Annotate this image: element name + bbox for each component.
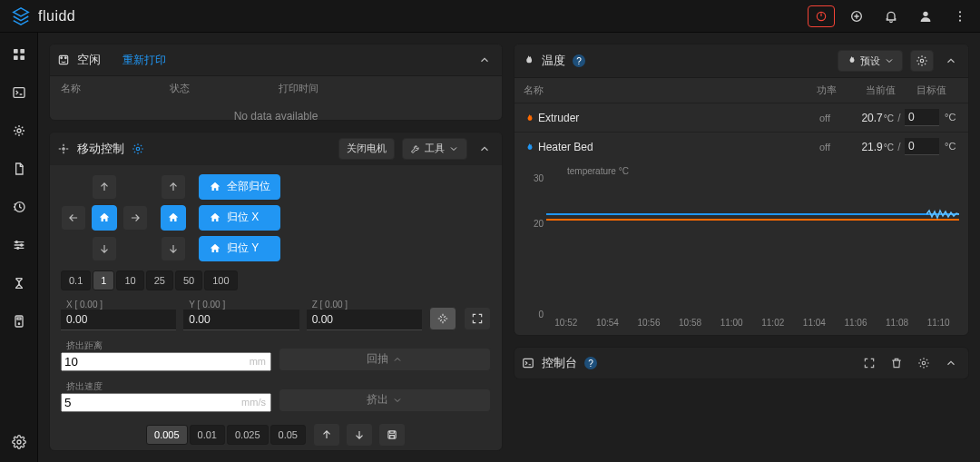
console-fullscreen-button[interactable] bbox=[859, 353, 879, 373]
right-column: 温度 ? 预设 名称 功率 bbox=[514, 44, 969, 451]
dist-5[interactable]: 100 bbox=[204, 270, 237, 290]
dist-1[interactable]: 1 bbox=[93, 270, 114, 290]
home-xy-button[interactable] bbox=[92, 205, 117, 231]
temp-target-input-1[interactable] bbox=[905, 138, 939, 155]
motors-off-button[interactable]: 关闭电机 bbox=[338, 138, 395, 160]
svg-point-22 bbox=[61, 57, 63, 59]
jog-x-plus[interactable] bbox=[122, 205, 148, 231]
temp-name-1: Heater Bed bbox=[538, 141, 593, 153]
home-z-button[interactable] bbox=[161, 205, 186, 231]
pos-y-label: Y [ 0.00 ] bbox=[183, 300, 299, 310]
account-button[interactable] bbox=[913, 5, 938, 27]
dist-2[interactable]: 10 bbox=[116, 270, 143, 290]
jog-x-minus[interactable] bbox=[61, 205, 86, 231]
extruder-color-icon bbox=[524, 113, 533, 123]
jog-y-minus[interactable] bbox=[92, 236, 117, 261]
sidebar-tune[interactable] bbox=[6, 232, 32, 258]
home-buttons: 全部归位 归位 X 归位 Y bbox=[199, 174, 280, 261]
svg-rect-7 bbox=[14, 49, 18, 54]
sidebar-dashboard[interactable] bbox=[6, 42, 32, 67]
upload-button[interactable] bbox=[844, 5, 869, 27]
z-offset-down-button[interactable] bbox=[346, 423, 373, 447]
svg-point-29 bbox=[922, 361, 926, 365]
temp-settings-button[interactable] bbox=[910, 50, 934, 72]
z-offset-buttons bbox=[313, 423, 406, 447]
dist-4[interactable]: 50 bbox=[175, 270, 202, 290]
collapse-console-panel[interactable] bbox=[941, 353, 961, 373]
svg-point-23 bbox=[64, 57, 66, 59]
home-y-button[interactable]: 归位 Y bbox=[199, 236, 280, 261]
estop-button[interactable] bbox=[808, 5, 835, 27]
toolhead-config-icon[interactable] bbox=[132, 143, 144, 155]
home-x-button[interactable]: 归位 X bbox=[199, 205, 280, 231]
jog-z-plus[interactable] bbox=[161, 174, 186, 200]
print-status-panel: 空闲 重新打印 名称 状态 打印时间 No data available bbox=[49, 44, 503, 121]
zoff-chip-0[interactable]: 0.005 bbox=[146, 425, 188, 445]
sidebar-console[interactable] bbox=[6, 80, 32, 105]
brand: fluidd bbox=[7, 6, 75, 26]
jog-y-plus[interactable] bbox=[92, 174, 117, 200]
position-mode-button[interactable] bbox=[429, 307, 456, 330]
temp-target-input-0[interactable] bbox=[905, 109, 939, 126]
svg-point-4 bbox=[959, 11, 961, 13]
zoff-chip-1[interactable]: 0.01 bbox=[190, 425, 225, 445]
svg-point-19 bbox=[18, 323, 19, 324]
printer-icon bbox=[57, 54, 70, 66]
svg-rect-11 bbox=[14, 88, 24, 98]
fullscreen-button[interactable] bbox=[464, 307, 491, 330]
pos-y-input[interactable] bbox=[183, 310, 299, 330]
svg-point-6 bbox=[959, 19, 961, 21]
console-clear-button[interactable] bbox=[887, 353, 906, 373]
extrude-speed-field: 挤出速度 mm/s bbox=[61, 380, 271, 412]
jog-z-minus[interactable] bbox=[161, 236, 186, 261]
extrude-length-input[interactable] bbox=[61, 352, 271, 371]
chart-plot[interactable] bbox=[545, 178, 959, 310]
pos-z-label: Z [ 0.00 ] bbox=[307, 300, 422, 310]
collapse-print-panel[interactable] bbox=[475, 50, 495, 70]
pos-x-field: X [ 0.00 ] bbox=[61, 300, 176, 330]
extrude-length-row: 挤出距离 mm 回抽 bbox=[61, 339, 491, 371]
notifications-button[interactable] bbox=[878, 5, 904, 27]
console-settings-button[interactable] bbox=[914, 353, 934, 373]
print-table-header: 名称 状态 打印时间 bbox=[50, 75, 502, 101]
console-help-icon[interactable]: ? bbox=[584, 357, 597, 369]
toolhead-title: 移动控制 bbox=[77, 141, 124, 157]
chart-x-axis: 10:52 10:54 10:56 10:58 11:00 11:02 11:0… bbox=[524, 314, 959, 335]
reprint-link[interactable]: 重新打印 bbox=[122, 53, 166, 68]
no-data-label: No data available bbox=[50, 101, 502, 121]
sidebar-jobs[interactable] bbox=[6, 156, 32, 182]
zoff-chip-3[interactable]: 0.05 bbox=[270, 425, 306, 445]
dist-3[interactable]: 25 bbox=[146, 270, 173, 290]
sidebar-gcode-preview[interactable] bbox=[6, 118, 32, 143]
sidebar bbox=[0, 33, 38, 462]
sidebar-system[interactable] bbox=[6, 309, 32, 334]
zoff-chip-2[interactable]: 0.025 bbox=[227, 425, 269, 445]
svg-point-16 bbox=[16, 247, 18, 249]
tools-dropdown[interactable]: 工具 bbox=[402, 138, 467, 160]
extrude-button[interactable]: 挤出 bbox=[279, 388, 491, 412]
temp-name-0: Extruder bbox=[538, 112, 579, 124]
dist-0[interactable]: 0.1 bbox=[61, 270, 91, 290]
sidebar-config[interactable] bbox=[6, 270, 32, 296]
z-offset-save-button[interactable] bbox=[378, 423, 406, 447]
extrude-speed-input[interactable] bbox=[61, 393, 271, 412]
svg-point-20 bbox=[17, 440, 21, 444]
pos-z-input[interactable] bbox=[307, 310, 422, 330]
top-actions bbox=[808, 5, 973, 27]
help-icon[interactable]: ? bbox=[573, 54, 585, 67]
temp-power-1: off bbox=[808, 142, 841, 152]
temp-preset-dropdown[interactable]: 预设 bbox=[838, 50, 903, 72]
collapse-toolhead-panel[interactable] bbox=[475, 139, 495, 159]
svg-point-12 bbox=[17, 129, 21, 133]
overflow-menu-button[interactable] bbox=[947, 5, 973, 27]
pos-x-input[interactable] bbox=[61, 310, 176, 330]
main: 空闲 重新打印 名称 状态 打印时间 No data available bbox=[38, 33, 980, 462]
collapse-temp-panel[interactable] bbox=[941, 51, 961, 71]
home-all-button[interactable]: 全部归位 bbox=[199, 174, 280, 200]
sidebar-settings[interactable] bbox=[6, 429, 32, 455]
sidebar-history[interactable] bbox=[6, 194, 32, 220]
z-offset-up-button[interactable] bbox=[313, 423, 340, 447]
top-bar: fluidd bbox=[0, 0, 980, 33]
retract-button[interactable]: 回抽 bbox=[279, 348, 491, 371]
console-title: 控制台 bbox=[542, 355, 577, 371]
